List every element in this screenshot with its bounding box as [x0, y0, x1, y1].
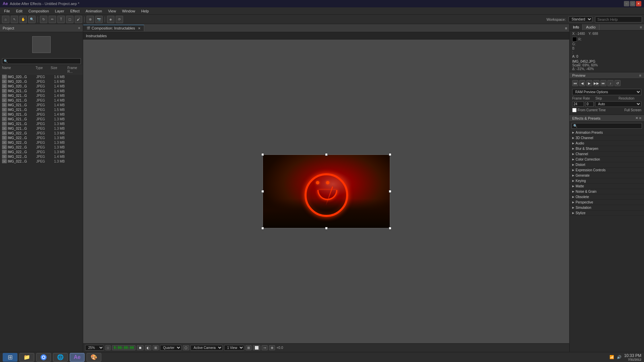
- audio-btn[interactable]: ♪: [607, 80, 613, 86]
- project-file-row[interactable]: ▪ IMG_021...G JPEG 1.4 MB: [0, 103, 83, 107]
- project-file-row[interactable]: ▪ IMG_021...G JPEG 1.3 MB: [0, 126, 83, 131]
- menu-file[interactable]: File: [1, 8, 13, 14]
- tool-rotate[interactable]: ↻: [40, 16, 47, 23]
- project-file-row[interactable]: ▪ IMG_021...G JPEG 1.3 MB: [0, 117, 83, 121]
- handle-mid-left[interactable]: [261, 190, 264, 193]
- tool-shape[interactable]: ◻: [66, 16, 73, 23]
- project-file-row[interactable]: ▪ IMG_022...G JPEG 1.3 MB: [0, 145, 83, 149]
- project-file-row[interactable]: ▪ IMG_020...G JPEG 1.4 MB: [0, 84, 83, 88]
- project-file-row[interactable]: ▪ IMG_022...G JPEG 1.3 MB: [0, 131, 83, 135]
- effect-category-item[interactable]: ▶ Color Correction: [570, 157, 644, 162]
- comp-canvas[interactable]: [263, 155, 390, 228]
- effect-category-item[interactable]: ▶ Stylize: [570, 210, 644, 216]
- project-file-row[interactable]: ▪ IMG_021...G JPEG 1.4 MB: [0, 112, 83, 117]
- frame-btn[interactable]: ⏹: [137, 345, 144, 350]
- after-effects-btn[interactable]: Ae: [70, 353, 85, 362]
- color-btn[interactable]: ◐: [145, 345, 151, 350]
- effect-category-item[interactable]: ▶ Channel: [570, 152, 644, 157]
- menu-edit[interactable]: Edit: [13, 8, 25, 14]
- project-file-row[interactable]: ▪ IMG_021...G JPEG 1.4 MB: [0, 98, 83, 103]
- effects-search-input[interactable]: [572, 123, 642, 129]
- effect-category-item[interactable]: ▶ Noise & Grain: [570, 189, 644, 194]
- search-help-input[interactable]: [595, 16, 642, 22]
- effect-category-item[interactable]: ▶ Simulation: [570, 205, 644, 210]
- comp-panel-menu-btn[interactable]: ≡: [563, 25, 569, 31]
- project-file-row[interactable]: ▪ IMG_021...G JPEG 1.4 MB: [0, 88, 83, 93]
- tool-camera[interactable]: 📷: [95, 16, 103, 23]
- info-panel-menu[interactable]: ≡: [638, 24, 644, 30]
- snap-btn[interactable]: ⊸: [262, 345, 268, 350]
- tool-select[interactable]: ↖: [11, 16, 18, 23]
- tool-extra2[interactable]: ⟳: [116, 16, 123, 23]
- next-frame-btn[interactable]: ▶▶: [593, 80, 599, 86]
- handle-mid-right[interactable]: [389, 190, 391, 193]
- prev-frame-btn[interactable]: ◀: [579, 80, 585, 86]
- project-file-row[interactable]: ▪ IMG_022...G JPEG 1.3 MB: [0, 159, 83, 164]
- effect-category-item[interactable]: ▶ Distort: [570, 162, 644, 168]
- from-current-time-check[interactable]: From Current Time: [572, 108, 606, 112]
- menu-window[interactable]: Window: [119, 8, 138, 14]
- resolution-select[interactable]: AutoFullHalfQuarter: [595, 101, 641, 107]
- grid-btn[interactable]: ⊞: [153, 345, 159, 350]
- project-search-input[interactable]: [2, 58, 81, 64]
- project-file-row[interactable]: ▪ IMG_021...G JPEG 1.5 MB: [0, 107, 83, 112]
- handle-top-right[interactable]: [389, 153, 391, 156]
- project-file-row[interactable]: ▪ IMG_022...G JPEG 1.3 MB: [0, 140, 83, 145]
- tool-text[interactable]: T: [57, 16, 65, 23]
- effect-category-item[interactable]: ▶ Audio: [570, 141, 644, 146]
- menu-animation[interactable]: Animation: [83, 8, 105, 14]
- tool-paint[interactable]: 🖌: [75, 16, 82, 23]
- project-panel-minimize[interactable]: ≡: [78, 26, 80, 30]
- effect-category-item[interactable]: ▶ Perspective: [570, 200, 644, 205]
- other-app-btn[interactable]: 🎨: [87, 353, 101, 362]
- quality-select[interactable]: QuarterHalfFull: [160, 345, 181, 351]
- menu-effect[interactable]: Effect: [67, 8, 82, 14]
- windows-start-button[interactable]: ⊞: [3, 353, 17, 362]
- tool-home[interactable]: ⌂: [2, 16, 9, 23]
- last-frame-btn[interactable]: ⏭: [600, 80, 606, 86]
- tab-audio[interactable]: Audio: [583, 24, 599, 30]
- effect-category-item[interactable]: ▶ Blur & Sharpen: [570, 146, 644, 152]
- pixel-btn[interactable]: ⬜: [253, 345, 260, 350]
- camera-select[interactable]: Active Camera: [191, 345, 223, 351]
- tool-hand[interactable]: ✋: [19, 16, 27, 23]
- timecode-btn[interactable]: 0:00:00:00: [112, 345, 136, 350]
- project-file-row[interactable]: ▪ IMG_021...G JPEG 1.3 MB: [0, 121, 83, 126]
- tool-extra1[interactable]: ◈: [107, 16, 114, 23]
- effect-category-item[interactable]: ▶ Keying: [570, 178, 644, 184]
- effect-category-item[interactable]: ▶ Expression Controls: [570, 168, 644, 173]
- effects-menu-btn[interactable]: ✕ ≡: [635, 116, 641, 120]
- project-file-row[interactable]: ▪ IMG_020...G JPEG 1.6 MB: [0, 79, 83, 84]
- menu-help[interactable]: Help: [139, 8, 152, 14]
- project-file-row[interactable]: ▪ IMG_020...G JPEG 1.6 MB: [0, 74, 83, 79]
- maximize-button[interactable]: □: [630, 1, 635, 6]
- view-grid-btn[interactable]: ⊞: [246, 345, 252, 350]
- project-file-row[interactable]: ▪ IMG_022...G JPEG 1.3 MB: [0, 149, 83, 154]
- more-btn[interactable]: ⊕: [269, 345, 275, 350]
- preview-menu-btn[interactable]: ≡: [639, 73, 641, 77]
- skip-input[interactable]: [585, 102, 594, 107]
- handle-top-left[interactable]: [261, 153, 264, 156]
- play-btn[interactable]: ▶: [586, 80, 592, 86]
- menu-composition[interactable]: Composition: [26, 8, 52, 14]
- chrome-btn[interactable]: [36, 353, 51, 362]
- effect-category-item[interactable]: ▶ Obsolete: [570, 194, 644, 200]
- frame-rate-input[interactable]: [572, 102, 584, 107]
- first-frame-btn[interactable]: ⏮: [572, 80, 578, 86]
- tool-zoom[interactable]: 🔍: [28, 16, 36, 23]
- handle-bot-right[interactable]: [389, 227, 391, 230]
- tool-pen[interactable]: ✏: [49, 16, 56, 23]
- project-file-row[interactable]: ▪ IMG_022...G JPEG 1.3 MB: [0, 135, 83, 140]
- comp-viewport[interactable]: [83, 40, 569, 343]
- handle-bot-left[interactable]: [261, 227, 264, 230]
- from-current-time-checkbox[interactable]: [572, 108, 577, 112]
- minimize-button[interactable]: −: [624, 1, 629, 6]
- project-file-row[interactable]: ▪ IMG_022...G JPEG 1.4 MB: [0, 154, 83, 159]
- effect-category-item[interactable]: ▶ Generate: [570, 173, 644, 178]
- project-file-row[interactable]: ▪ IMG_021...G JPEG 1.4 MB: [0, 93, 83, 98]
- zoom-select[interactable]: 25%50%100%: [85, 345, 104, 351]
- handle-top-center[interactable]: [325, 153, 328, 156]
- effect-category-item[interactable]: ▶ Matte: [570, 184, 644, 189]
- effect-category-item[interactable]: ▶ Animation Presets: [570, 130, 644, 135]
- workspace-select[interactable]: Standard: [569, 16, 592, 22]
